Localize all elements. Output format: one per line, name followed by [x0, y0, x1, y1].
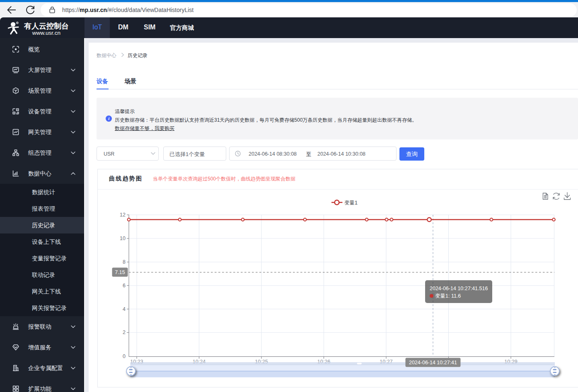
svg-text:R: R	[17, 22, 18, 24]
svg-text:i: i	[108, 116, 109, 121]
